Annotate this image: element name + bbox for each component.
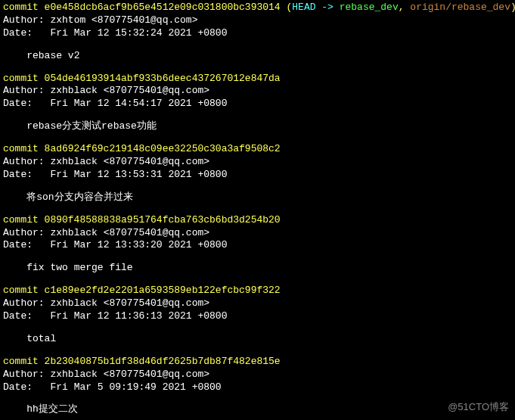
commit-message: total xyxy=(3,333,512,346)
author-line: Author: zxhtom <870775401@qq.com> xyxy=(3,14,512,27)
remote-branch: origin/rebase_dev xyxy=(410,2,510,13)
author-line: Author: zxhblack <870775401@qq.com> xyxy=(3,369,512,381)
author-line: Author: zxhblack <870775401@qq.com> xyxy=(3,156,512,169)
watermark: @51CTO博客 xyxy=(448,401,509,414)
commit-message: rebase v2 xyxy=(3,50,512,63)
commit-line: commit e0e458dcb6acf9b65e4512e09c031800b… xyxy=(3,2,512,14)
commit-message: 将son分支内容合并过来 xyxy=(3,191,512,204)
commit-hash: e0e458dcb6acf9b65e4512e09c031800bc393014 xyxy=(45,2,281,13)
commit-line: commit 2b23040875b1df38d46df2625b7db87f4… xyxy=(3,356,512,369)
date-line: Date: Fri Mar 12 11:36:13 2021 +0800 xyxy=(3,310,512,323)
commit-entry: commit c1e89ee2fd2e2201a6593589eb122efcb… xyxy=(3,285,512,356)
commit-entry: commit 2b23040875b1df38d46df2625b7db87f4… xyxy=(3,356,512,420)
commit-entry: commit e0e458dcb6acf9b65e4512e09c031800b… xyxy=(3,2,512,73)
commit-hash: 054de46193914abf933b6deec437267012e847da xyxy=(45,73,281,84)
commit-entry: commit 8ad6924f69c219148c09ee32250c30a3a… xyxy=(3,143,512,214)
commit-entry: commit 0890f48588838a951764fcba763cb6bd3… xyxy=(3,214,512,285)
local-branch: rebase_dev xyxy=(340,2,399,13)
commit-line: commit 0890f48588838a951764fcba763cb6bd3… xyxy=(3,214,512,227)
terminal-output: commit e0e458dcb6acf9b65e4512e09c031800b… xyxy=(3,2,512,420)
date-line: Date: Fri Mar 12 13:53:31 2021 +0800 xyxy=(3,169,512,182)
commit-hash: 0890f48588838a951764fcba763cb6bd3d254b20 xyxy=(45,214,281,226)
commit-message: rebase分支测试rebase功能 xyxy=(3,120,512,133)
commit-message: hh提交二次 xyxy=(3,403,512,416)
commit-line: commit c1e89ee2fd2e2201a6593589eb122efcb… xyxy=(3,285,512,297)
commit-hash: c1e89ee2fd2e2201a6593589eb122efcbc99f322 xyxy=(45,285,281,296)
commit-message: fix two merge file xyxy=(3,262,512,275)
commit-entry: commit 054de46193914abf933b6deec43726701… xyxy=(3,73,512,144)
author-line: Author: zxhblack <870775401@qq.com> xyxy=(3,85,512,98)
head-ref: HEAD -> xyxy=(292,2,339,13)
date-line: Date: Fri Mar 12 14:54:17 2021 +0800 xyxy=(3,98,512,110)
commit-hash: 2b23040875b1df38d46df2625b7db87f482e815e xyxy=(45,356,281,367)
date-line: Date: Fri Mar 12 13:33:20 2021 +0800 xyxy=(3,239,512,252)
author-line: Author: zxhblack <870775401@qq.com> xyxy=(3,297,512,310)
date-line: Date: Fri Mar 5 09:19:49 2021 +0800 xyxy=(3,381,512,394)
author-line: Author: zxhblack <870775401@qq.com> xyxy=(3,227,512,240)
date-line: Date: Fri Mar 12 15:32:24 2021 +0800 xyxy=(3,27,512,40)
commit-line: commit 054de46193914abf933b6deec43726701… xyxy=(3,73,512,86)
commit-hash: 8ad6924f69c219148c09ee32250c30a3af9508c2 xyxy=(45,143,281,154)
commit-line: commit 8ad6924f69c219148c09ee32250c30a3a… xyxy=(3,143,512,156)
